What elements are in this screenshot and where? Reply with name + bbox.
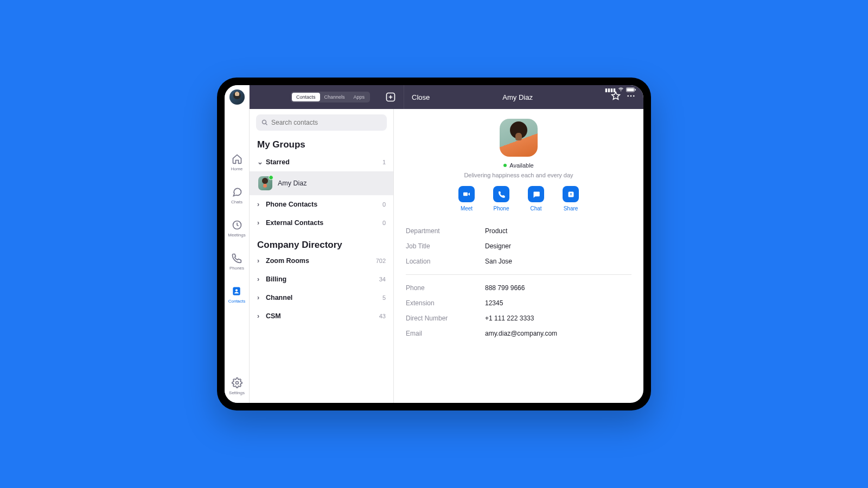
info-extension: Extension12345: [406, 296, 631, 311]
tablet-frame: ▮▮▮▮ Home Chats Meetings Phones Contacts…: [217, 78, 651, 410]
info-department: DepartmentProduct: [406, 223, 631, 239]
group-phone-contacts[interactable]: › Phone Contacts 0: [250, 195, 393, 214]
group-label: External Contacts: [266, 219, 323, 227]
directory-count: 43: [379, 313, 386, 319]
search-box[interactable]: [256, 114, 387, 131]
screen: ▮▮▮▮ Home Chats Meetings Phones Contacts…: [225, 85, 643, 403]
info-direct-number: Direct Number+1 111 222 3333: [406, 311, 631, 326]
directory-zoom-rooms[interactable]: › Zoom Rooms 702: [250, 252, 393, 270]
chevron-right-icon: ›: [257, 257, 263, 265]
battery-icon: [626, 87, 636, 93]
presence-dot-icon: [503, 164, 507, 167]
svg-point-11: [263, 120, 266, 124]
info-section: DepartmentProduct Job TitleDesigner Loca…: [406, 223, 631, 341]
search-input[interactable]: [271, 119, 381, 126]
status-bar: ▮▮▮▮: [605, 87, 636, 93]
nav-chats-label: Chats: [231, 200, 242, 204]
nav-meetings-label: Meetings: [228, 233, 245, 237]
chevron-right-icon: ›: [257, 201, 263, 208]
action-label: Meet: [461, 206, 473, 211]
detail-title: Amy Diaz: [430, 93, 605, 101]
group-external-contacts[interactable]: › External Contacts 0: [250, 214, 393, 232]
contact-name: Amy Diaz: [278, 179, 307, 187]
status-message: Delivering happiness each and every day: [406, 172, 631, 178]
chevron-right-icon: ›: [257, 275, 263, 283]
action-meet[interactable]: Meet: [458, 186, 475, 211]
nav-home-label: Home: [231, 166, 242, 171]
action-bar: Meet Phone Chat Share: [406, 186, 631, 211]
svg-rect-1: [627, 88, 634, 92]
info-phone: Phone888 799 9666: [406, 280, 631, 296]
tab-apps[interactable]: Apps: [349, 93, 369, 101]
directory-billing[interactable]: › Billing 34: [250, 270, 393, 288]
nav-meetings[interactable]: Meetings: [228, 220, 245, 237]
directory-label: Channel: [266, 294, 292, 301]
action-share[interactable]: Share: [563, 186, 579, 211]
segmented-tabs: Contacts Channels Apps: [291, 92, 370, 102]
contact-item-amy-diaz[interactable]: Amy Diaz: [250, 171, 393, 195]
phone-icon: [497, 190, 506, 198]
signal-icon: ▮▮▮▮: [605, 87, 616, 93]
contact-avatar: [258, 176, 272, 190]
close-button[interactable]: Close: [412, 93, 430, 101]
svg-point-8: [627, 95, 629, 97]
directory-csm[interactable]: › CSM 43: [250, 307, 393, 325]
info-job-title: Job TitleDesigner: [406, 239, 631, 254]
nav-contacts[interactable]: Contacts: [228, 286, 246, 304]
group-count: 0: [382, 201, 386, 208]
svg-point-10: [633, 95, 635, 97]
tab-contacts[interactable]: Contacts: [292, 93, 320, 101]
add-button[interactable]: [385, 92, 396, 102]
contact-detail: Available Delivering happiness each and …: [394, 109, 643, 403]
wifi-icon: [618, 87, 624, 93]
chevron-down-icon: ⌄: [257, 158, 263, 166]
chevron-right-icon: ›: [257, 312, 263, 320]
chevron-right-icon: ›: [257, 219, 263, 227]
svg-point-6: [235, 382, 238, 384]
video-icon: [462, 190, 471, 198]
nav-chats[interactable]: Chats: [231, 187, 242, 204]
svg-point-5: [235, 289, 238, 291]
svg-rect-2: [635, 89, 636, 91]
chat-icon: [532, 190, 540, 198]
svg-point-9: [630, 95, 632, 97]
top-bar: Contacts Channels Apps Close Amy Diaz: [250, 85, 643, 109]
group-starred[interactable]: ⌄ Starred 1: [250, 152, 393, 171]
nav-settings-label: Settings: [229, 390, 245, 395]
contacts-list: My Groups ⌄ Starred 1 Amy Diaz › Phone C…: [250, 109, 394, 403]
directory-count: 34: [379, 276, 386, 282]
chevron-right-icon: ›: [257, 294, 263, 301]
directory-channel[interactable]: › Channel 5: [250, 288, 393, 307]
directory-count: 5: [382, 294, 386, 301]
action-phone[interactable]: Phone: [493, 186, 509, 211]
directory-label: Billing: [266, 275, 286, 283]
company-directory-heading: Company Directory: [250, 232, 393, 252]
group-count: 0: [382, 220, 386, 226]
directory-label: CSM: [266, 312, 281, 320]
profile-avatar[interactable]: [229, 89, 245, 105]
directory-count: 702: [376, 258, 386, 264]
presence-label: Available: [509, 162, 533, 169]
action-label: Share: [564, 206, 578, 211]
presence-status: Available: [406, 162, 631, 169]
group-count: 1: [382, 159, 386, 165]
left-nav: Home Chats Meetings Phones Contacts Sett…: [225, 85, 250, 403]
share-icon: [567, 190, 575, 198]
svg-rect-12: [463, 192, 468, 196]
action-label: Phone: [494, 206, 509, 211]
nav-home[interactable]: Home: [231, 153, 242, 171]
action-label: Chat: [530, 206, 541, 211]
info-email: Emailamy.diaz@company.com: [406, 326, 631, 341]
group-label: Phone Contacts: [266, 201, 317, 208]
nav-settings[interactable]: Settings: [229, 377, 245, 395]
my-groups-heading: My Groups: [250, 136, 393, 152]
tab-channels[interactable]: Channels: [320, 93, 349, 101]
nav-contacts-label: Contacts: [228, 299, 246, 304]
nav-phones-label: Phones: [229, 266, 244, 271]
contact-detail-avatar: [500, 119, 538, 157]
divider: [406, 274, 631, 275]
nav-phones[interactable]: Phones: [229, 253, 244, 271]
directory-label: Zoom Rooms: [266, 257, 309, 265]
action-chat[interactable]: Chat: [528, 186, 544, 211]
search-icon: [261, 119, 268, 126]
